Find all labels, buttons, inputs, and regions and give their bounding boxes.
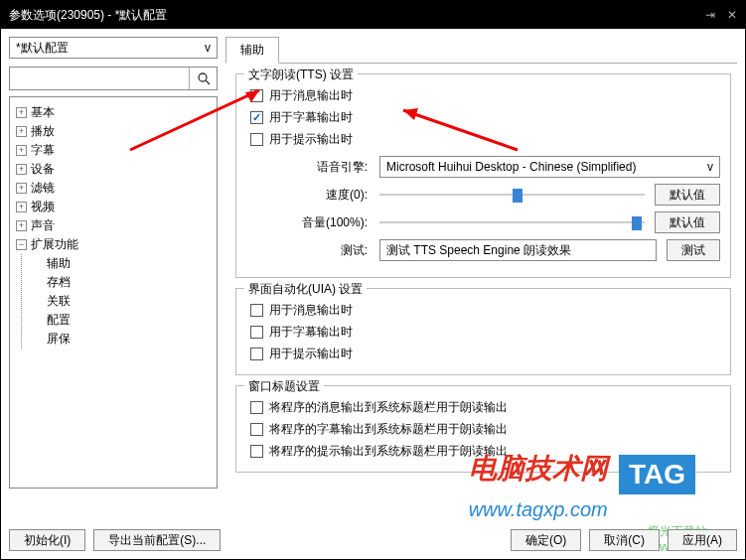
config-select[interactable]: *默认配置 v <box>9 37 218 59</box>
checkbox[interactable] <box>250 348 263 360</box>
expand-icon[interactable]: + <box>16 164 27 175</box>
tree-item[interactable]: 配置 <box>31 311 213 330</box>
checkbox-label: 将程序的消息输出到系统标题栏用于朗读输出 <box>269 399 508 416</box>
tree-item[interactable]: +声音 <box>14 216 213 235</box>
expand-icon[interactable]: + <box>16 126 27 137</box>
checkbox[interactable] <box>250 401 263 414</box>
test-button[interactable]: 测试 <box>667 239 720 261</box>
checkbox[interactable] <box>250 304 263 317</box>
checkbox-label: 用于提示输出时 <box>269 131 353 148</box>
search-button[interactable] <box>189 68 217 89</box>
chevron-down-icon: v <box>707 160 713 174</box>
apply-button[interactable]: 应用(A) <box>668 529 737 551</box>
tree-item[interactable]: +滤镜 <box>14 179 213 198</box>
search-box <box>9 67 218 90</box>
test-input[interactable] <box>379 239 657 261</box>
engine-select[interactable]: Microsoft Huihui Desktop - Chinese (Simp… <box>379 156 720 178</box>
expand-icon[interactable]: + <box>16 220 27 231</box>
group-title: 窗口标题设置 <box>244 378 324 395</box>
checkbox[interactable] <box>250 133 263 146</box>
titlebar: 参数选项(230905) - *默认配置 ⇥ ✕ <box>1 1 745 29</box>
close-icon[interactable]: ✕ <box>727 8 737 22</box>
search-icon <box>197 71 211 85</box>
tree-item[interactable]: 关联 <box>31 292 213 311</box>
tree-item[interactable]: +字幕 <box>14 141 213 160</box>
default-button[interactable]: 默认值 <box>655 184 720 206</box>
bottom-bar: 初始化(I) 导出当前配置(S)... 确定(O) 取消(C) 应用(A) <box>9 529 737 551</box>
settings-tree[interactable]: +基本 +播放 +字幕 +设备 +滤镜 +视频 +声音 −扩展功能 辅助 存档 … <box>9 96 218 489</box>
checkbox-label: 用于消息输出时 <box>269 302 353 319</box>
expand-icon[interactable]: + <box>16 183 27 194</box>
checkbox-label: 用于提示输出时 <box>269 346 353 362</box>
speed-slider[interactable] <box>379 185 645 205</box>
search-input[interactable] <box>10 68 189 89</box>
tree-item[interactable]: 存档 <box>31 273 213 292</box>
collapse-icon[interactable]: − <box>16 239 27 250</box>
wintitle-group: 窗口标题设置 将程序的消息输出到系统标题栏用于朗读输出 将程序的字幕输出到系统标… <box>235 385 731 473</box>
svg-point-0 <box>199 73 207 81</box>
volume-slider[interactable] <box>379 212 645 232</box>
tab-strip: 辅助 <box>225 37 737 64</box>
default-button[interactable]: 默认值 <box>655 211 720 233</box>
export-button[interactable]: 导出当前配置(S)... <box>93 529 221 551</box>
volume-label: 音量(100%): <box>250 214 379 231</box>
checkbox[interactable] <box>250 111 263 124</box>
expand-icon[interactable]: + <box>16 107 27 118</box>
config-select-value: *默认配置 <box>16 40 69 57</box>
checkbox[interactable] <box>250 423 263 436</box>
checkbox-label: 将程序的字幕输出到系统标题栏用于朗读输出 <box>269 421 508 438</box>
engine-label: 语音引擎: <box>250 159 379 176</box>
expand-icon[interactable]: + <box>16 202 27 212</box>
tree-item[interactable]: +视频 <box>14 198 213 216</box>
pin-icon[interactable]: ⇥ <box>705 8 715 22</box>
checkbox-label: 用于字幕输出时 <box>269 324 353 341</box>
checkbox-label: 用于字幕输出时 <box>269 109 353 126</box>
init-button[interactable]: 初始化(I) <box>9 529 85 551</box>
checkbox[interactable] <box>250 445 263 458</box>
chevron-down-icon: v <box>205 41 211 55</box>
tree-item[interactable]: 屏保 <box>31 330 213 349</box>
checkbox-label: 将程序的提示输出到系统标题栏用于朗读输出 <box>269 443 508 460</box>
checkbox[interactable] <box>250 326 263 339</box>
tab-assist[interactable]: 辅助 <box>225 37 279 64</box>
window-title: 参数选项(230905) - *默认配置 <box>9 7 167 24</box>
tree-item[interactable]: −扩展功能 <box>14 235 213 254</box>
uia-group: 界面自动化(UIA) 设置 用于消息输出时 用于字幕输出时 用于提示输出时 <box>235 288 731 375</box>
checkbox[interactable] <box>250 89 263 102</box>
expand-icon[interactable]: + <box>16 145 27 156</box>
group-title: 文字朗读(TTS) 设置 <box>244 67 358 83</box>
tree-item[interactable]: +播放 <box>14 122 213 141</box>
test-label: 测试: <box>250 242 379 259</box>
ok-button[interactable]: 确定(O) <box>511 529 581 551</box>
watermark-url: www.tagxp.com <box>469 498 695 521</box>
checkbox-label: 用于消息输出时 <box>269 87 353 104</box>
tree-item[interactable]: +设备 <box>14 160 213 179</box>
tree-item[interactable]: +基本 <box>14 103 213 122</box>
svg-line-1 <box>206 80 210 84</box>
tts-group: 文字朗读(TTS) 设置 用于消息输出时 用于字幕输出时 用于提示输出时 语音引… <box>235 73 731 278</box>
speed-label: 速度(0): <box>250 187 379 204</box>
cancel-button[interactable]: 取消(C) <box>589 529 660 551</box>
engine-value: Microsoft Huihui Desktop - Chinese (Simp… <box>386 160 636 174</box>
group-title: 界面自动化(UIA) 设置 <box>244 281 367 298</box>
tree-item[interactable]: 辅助 <box>31 254 213 273</box>
